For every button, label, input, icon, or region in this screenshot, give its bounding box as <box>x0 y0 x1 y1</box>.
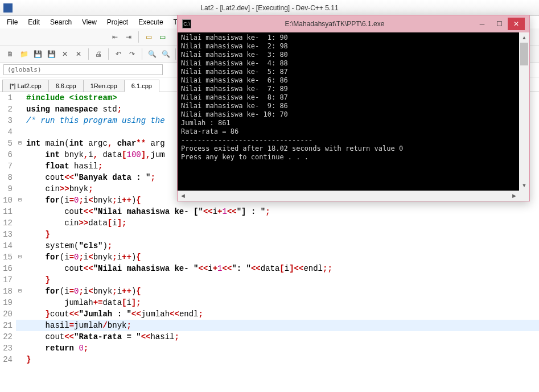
scroll-right-icon[interactable]: ▶ <box>509 191 519 201</box>
code-content[interactable]: cout<<"Nilai mahasiswa ke- ["<<i+1<<"] :… <box>24 206 539 217</box>
fold-icon[interactable]: ⊟ <box>16 195 24 206</box>
fold-icon <box>16 104 24 115</box>
fold-icon <box>16 331 24 343</box>
goto2-icon[interactable]: ⇥ <box>123 31 134 43</box>
fold-icon <box>16 160 24 172</box>
console-close-button[interactable]: ✕ <box>508 18 525 30</box>
code-line[interactable]: 21 hasil=jumlah/bnyk; <box>0 320 539 331</box>
console-vscrollbar[interactable]: ▲ ▼ <box>519 32 529 191</box>
code-content[interactable]: for(i=0;i<bnyk;i++){ <box>24 251 539 263</box>
scroll-up-icon[interactable]: ▲ <box>519 32 529 43</box>
console-output[interactable]: Nilai mahasiswa ke- 1: 90 Nilai mahasisw… <box>178 32 529 201</box>
fold-icon <box>16 206 24 217</box>
menu-search[interactable]: Search <box>46 17 76 27</box>
scroll-down-icon[interactable]: ▼ <box>519 180 529 191</box>
file-tab[interactable]: 6.1.cpp <box>124 80 159 92</box>
menu-edit[interactable]: Edit <box>23 17 44 27</box>
code-content[interactable]: cout<<"Nilai mahasiswa ke- "<<i+1<<": "<… <box>24 263 539 274</box>
menu-file[interactable]: File <box>2 17 22 27</box>
file-tab[interactable]: 1Ren.cpp <box>83 80 125 92</box>
code-line[interactable]: 22 cout<<"Rata-rata = "<<hasil; <box>0 331 539 343</box>
code-content[interactable]: jumlah+=data[i]; <box>24 297 539 308</box>
code-line[interactable]: 24} <box>0 354 539 365</box>
save-icon[interactable]: 💾 <box>32 48 43 60</box>
code-content[interactable]: hasil=jumlah/bnyk; <box>24 320 539 331</box>
code-line[interactable]: 19 jumlah+=data[i]; <box>0 297 539 308</box>
code-content[interactable]: } <box>24 274 539 286</box>
redo-icon[interactable]: ↷ <box>126 48 138 60</box>
line-number: 1 <box>0 92 16 104</box>
file-tab[interactable]: [*] Lat2.cpp <box>2 80 49 92</box>
fold-icon <box>16 115 24 126</box>
line-number: 14 <box>0 240 16 251</box>
console-window: C:\ E:\Mahadahsyat\TK\PPT\6.1.exe ─ ☐ ✕ … <box>177 15 530 201</box>
code-line[interactable]: 11 cout<<"Nilai mahasiswa ke- ["<<i+1<<"… <box>0 206 539 217</box>
line-number: 5 <box>0 138 16 149</box>
closeall-icon[interactable]: ✕ <box>73 48 84 60</box>
menu-execute[interactable]: Execute <box>134 17 167 27</box>
console-minimize-button[interactable]: ─ <box>474 18 491 30</box>
globals-combo[interactable]: (globals) <box>3 64 163 75</box>
fold-icon[interactable]: ⊟ <box>16 286 24 297</box>
code-content[interactable]: system("cls"); <box>24 240 539 251</box>
code-content[interactable]: return 0; <box>24 343 539 354</box>
line-number: 16 <box>0 263 16 274</box>
menu-view[interactable]: View <box>77 17 101 27</box>
line-number: 12 <box>0 217 16 229</box>
undo-icon[interactable]: ↶ <box>113 48 124 60</box>
fold-icon <box>16 274 24 286</box>
menu-project[interactable]: Project <box>102 17 133 27</box>
code-content[interactable]: for(i=0;i<bnyk;i++){ <box>24 286 539 297</box>
line-number: 19 <box>0 297 16 308</box>
goto-icon[interactable]: ⇤ <box>109 31 121 43</box>
console-hscrollbar[interactable]: ◀ ▶ <box>178 191 519 201</box>
fold-icon[interactable]: ⊟ <box>16 251 24 263</box>
code-line[interactable]: 12 cin>>data[i]; <box>0 217 539 229</box>
line-number: 17 <box>0 274 16 286</box>
fold-icon <box>16 354 24 365</box>
code-content[interactable]: cout<<"Rata-rata = "<<hasil; <box>24 331 539 343</box>
line-number: 2 <box>0 104 16 115</box>
fold-icon <box>16 229 24 240</box>
print-icon[interactable]: 🖨 <box>93 48 104 60</box>
fold-icon <box>16 149 24 160</box>
line-number: 8 <box>0 172 16 183</box>
find-icon[interactable]: 🔍 <box>146 48 158 60</box>
fold-icon[interactable]: ⊟ <box>16 138 24 149</box>
close-icon[interactable]: ✕ <box>59 48 71 60</box>
code-line[interactable]: 16 cout<<"Nilai mahasiswa ke- "<<i+1<<":… <box>0 263 539 274</box>
console-icon: C:\ <box>182 19 191 28</box>
code-line[interactable]: 14 system("cls"); <box>0 240 539 251</box>
code-line[interactable]: 23 return 0; <box>0 343 539 354</box>
line-number: 20 <box>0 308 16 320</box>
scroll-thumb[interactable] <box>520 43 528 65</box>
console-titlebar[interactable]: C:\ E:\Mahadahsyat\TK\PPT\6.1.exe ─ ☐ ✕ <box>178 15 529 32</box>
fold-icon <box>16 172 24 183</box>
scroll-left-icon[interactable]: ◀ <box>178 191 188 201</box>
saveall-icon[interactable]: 💾 <box>46 48 57 60</box>
console-maximize-button[interactable]: ☐ <box>491 18 508 30</box>
code-content[interactable]: } <box>24 229 539 240</box>
fold-icon <box>16 263 24 274</box>
line-number: 15 <box>0 251 16 263</box>
code-line[interactable]: 18⊟ for(i=0;i<bnyk;i++){ <box>0 286 539 297</box>
line-number: 11 <box>0 206 16 217</box>
fold-icon <box>16 217 24 229</box>
run-icon[interactable]: ▭ <box>157 31 168 43</box>
code-line[interactable]: 13 } <box>0 229 539 240</box>
line-number: 18 <box>0 286 16 297</box>
replace-icon[interactable]: 🔍 <box>160 48 171 60</box>
code-line[interactable]: 20 }cout<<"Jumlah : "<<jumlah<<endl; <box>0 308 539 320</box>
compile-icon[interactable]: ▭ <box>143 31 154 43</box>
console-title-text: E:\Mahadahsyat\TK\PPT\6.1.exe <box>196 20 474 28</box>
code-content[interactable]: } <box>24 354 539 365</box>
code-content[interactable]: }cout<<"Jumlah : "<<jumlah<<endl; <box>24 308 539 320</box>
code-content[interactable]: cin>>data[i]; <box>24 217 539 229</box>
code-line[interactable]: 17 } <box>0 274 539 286</box>
file-tab[interactable]: 6.6.cpp <box>48 80 84 92</box>
code-line[interactable]: 15⊟ for(i=0;i<bnyk;i++){ <box>0 251 539 263</box>
line-number: 22 <box>0 331 16 343</box>
open-icon[interactable]: 📁 <box>18 48 30 60</box>
line-number: 7 <box>0 160 16 172</box>
new-icon[interactable]: 🗎 <box>5 48 16 60</box>
